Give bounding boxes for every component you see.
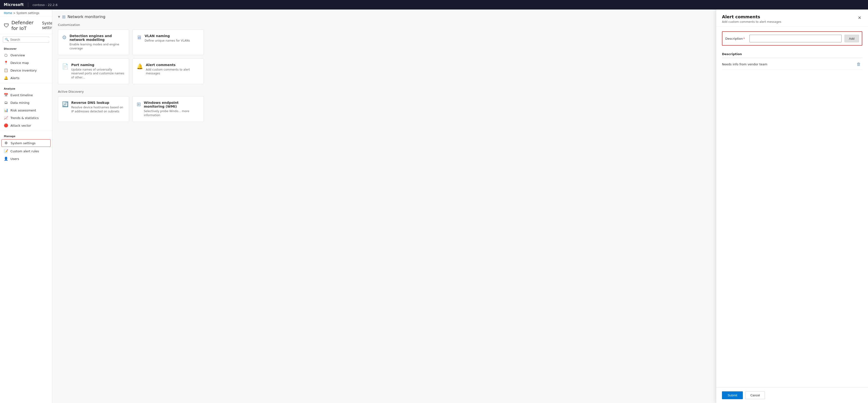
search-box[interactable]: 🔍 (3, 37, 49, 42)
card-detection-engines[interactable]: ⚙ Detection engines and network modellin… (58, 29, 129, 55)
table-row: Needs info from vendor team 🗑 (722, 59, 862, 70)
sidebar-item-label: Alerts (10, 76, 20, 80)
discover-section-label: Discover (0, 45, 52, 51)
topbar-divider (28, 2, 28, 7)
topbar: Microsoft contoso - 22.2.6 (0, 0, 868, 9)
sidebar-item-label: Users (10, 157, 19, 161)
search-icon: 🔍 (5, 38, 9, 41)
card-desc-windows-endpoint: Selectively probe Windo... more informat… (144, 109, 200, 117)
sidebar-item-custom-alert-rules[interactable]: 📝 Custom alert rules (0, 147, 52, 155)
add-button[interactable]: Add (844, 35, 859, 42)
sidebar-item-label: Overview (10, 54, 25, 57)
system-settings-icon: ⚙ (4, 141, 8, 145)
panel-footer: Submit Cancel (716, 387, 868, 403)
section-collapse-icon[interactable]: ▼ (58, 15, 60, 19)
card-title-alert-comments: Alert comments (146, 63, 200, 67)
breadcrumb-current: System settings (17, 11, 39, 15)
table-row-text: Needs info from vendor team (722, 62, 767, 66)
submit-button[interactable]: Submit (722, 391, 743, 399)
panel-subtitle: Add custom comments to alert messages (722, 20, 781, 24)
risk-assessment-icon: 📊 (4, 108, 8, 112)
card-desc-detection-engines: Enable learning modes and engine coverag… (70, 42, 125, 51)
page-title-app: Defender for IoT (11, 20, 33, 31)
card-title-windows-endpoint: Windows endpoint monitoring (WMI) (144, 101, 200, 108)
card-title-reverse-dns: Reverse DNS lookup (71, 101, 125, 105)
overview-icon: ○ (4, 53, 8, 57)
vlan-naming-icon: 🖥 (136, 34, 142, 40)
manage-section-label: Manage (0, 132, 52, 139)
breadcrumb-separator: > (13, 11, 16, 15)
required-indicator: * (743, 37, 745, 40)
description-form-row: Description* Add (722, 31, 862, 46)
sidebar: Home > System settings 🛡 Defender for Io… (0, 9, 52, 403)
panel-title: Alert comments (722, 14, 781, 19)
card-windows-endpoint[interactable]: ⊞ Windows endpoint monitoring (WMI) Sele… (132, 96, 204, 122)
sidebar-item-label: Data mining (10, 101, 29, 105)
description-label: Description* (725, 37, 747, 40)
sidebar-item-device-inventory[interactable]: 📋 Device inventory (0, 66, 52, 74)
trends-icon: 📈 (4, 116, 8, 120)
network-monitoring-icon: ⊞ (62, 14, 66, 19)
users-icon: 👤 (4, 156, 8, 161)
sidebar-item-data-mining[interactable]: 🗂 Data mining (0, 99, 52, 107)
windows-endpoint-icon: ⊞ (136, 101, 141, 107)
table-header: Description (722, 50, 862, 58)
main-layout: Home > System settings 🛡 Defender for Io… (0, 9, 868, 403)
page-title-section: System settings (42, 21, 52, 30)
analyze-section-label: Analyze (0, 85, 52, 91)
card-alert-comments[interactable]: 🔔 Alert comments Add custom comments to … (132, 58, 204, 84)
sidebar-item-trends-statistics[interactable]: 📈 Trends & statistics (0, 114, 52, 122)
custom-alert-rules-icon: 📝 (4, 149, 8, 153)
sidebar-item-risk-assessment[interactable]: 📊 Risk assessment (0, 107, 52, 114)
network-monitoring-title: Network monitoring (67, 15, 105, 19)
card-desc-reverse-dns: Resolve device hostnames based on IP add… (71, 106, 125, 114)
card-port-naming[interactable]: 📄 Port naming Update names of universall… (58, 58, 129, 84)
app-info: contoso - 22.2.6 (33, 3, 58, 7)
card-title-vlan-naming: VLAN naming (145, 34, 200, 38)
sidebar-item-attack-vector[interactable]: 🔴 Attack vector (0, 122, 52, 129)
breadcrumb: Home > System settings (0, 9, 52, 17)
page-title-area: 🛡 Defender for IoT System settings (0, 17, 52, 34)
card-title-detection-engines: Detection engines and network modelling (70, 34, 125, 41)
sidebar-item-system-settings[interactable]: ⚙ System settings (1, 139, 51, 147)
sidebar-item-label: Trends & statistics (10, 116, 39, 120)
panel-close-button[interactable]: ✕ (857, 14, 862, 21)
sidebar-item-device-map[interactable]: 📍 Device map (0, 59, 52, 66)
sidebar-item-label: System settings (11, 141, 35, 145)
card-desc-vlan-naming: Define unique names for VLANs (145, 39, 200, 43)
content-area: ▼ ⊞ Network monitoring Customization ⚙ D… (52, 9, 868, 403)
sidebar-item-overview[interactable]: ○ Overview (0, 51, 52, 59)
port-naming-icon: 📄 (62, 63, 68, 69)
sidebar-item-label: Event timeline (10, 93, 33, 97)
breadcrumb-home[interactable]: Home (4, 11, 12, 15)
panel-header: Alert comments Add custom comments to al… (716, 9, 868, 27)
card-reverse-dns[interactable]: 🔄 Reverse DNS lookup Resolve device host… (58, 96, 129, 122)
data-mining-icon: 🗂 (4, 100, 8, 105)
brand-name: Microsoft (4, 3, 24, 7)
delete-button[interactable]: 🗑 (855, 61, 862, 67)
reverse-dns-icon: 🔄 (62, 101, 68, 107)
sidebar-item-label: Custom alert rules (10, 149, 39, 153)
card-desc-alert-comments: Add custom comments to alert messages (146, 68, 200, 76)
attack-vector-icon: 🔴 (4, 123, 8, 127)
alert-comments-panel: Alert comments Add custom comments to al… (716, 9, 868, 403)
sidebar-item-alerts[interactable]: 🔔 Alerts (0, 74, 52, 82)
sidebar-item-label: Risk assessment (10, 109, 36, 112)
sidebar-item-label: Device inventory (10, 69, 37, 72)
alerts-icon: 🔔 (4, 76, 8, 80)
alert-comments-icon: 🔔 (136, 63, 143, 69)
device-inventory-icon: 📋 (4, 68, 8, 73)
search-input[interactable] (10, 38, 50, 41)
page-title-icon: 🛡 (4, 23, 9, 29)
detection-engines-icon: ⚙ (62, 34, 67, 40)
device-map-icon: 📍 (4, 61, 8, 65)
event-timeline-icon: 📅 (4, 93, 8, 97)
card-vlan-naming[interactable]: 🖥 VLAN naming Define unique names for VL… (132, 29, 204, 55)
sidebar-item-event-timeline[interactable]: 📅 Event timeline (0, 91, 52, 99)
panel-body: Description* Add Description Needs info … (716, 27, 868, 387)
sidebar-item-users[interactable]: 👤 Users (0, 155, 52, 163)
sidebar-item-label: Attack vector (10, 124, 31, 127)
cancel-button[interactable]: Cancel (745, 391, 765, 399)
description-input[interactable] (749, 35, 842, 42)
card-desc-port-naming: Update names of universally reserved por… (71, 68, 125, 80)
